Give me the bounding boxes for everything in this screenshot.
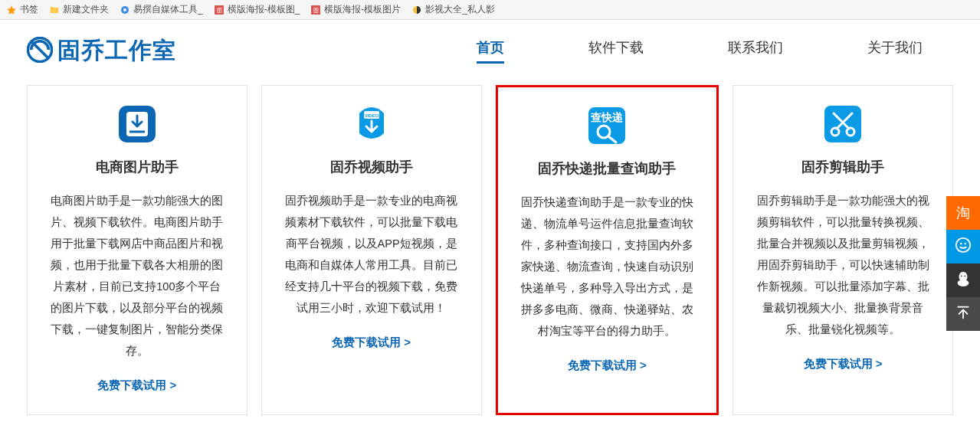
video-download-icon: VIDEO bbox=[349, 101, 395, 147]
side-qq[interactable] bbox=[946, 263, 980, 297]
face-icon bbox=[955, 237, 972, 257]
bookmark-star[interactable]: 书签 bbox=[6, 3, 38, 16]
card-download-link[interactable]: 免费下载试用 > bbox=[44, 378, 230, 393]
side-back-to-top[interactable] bbox=[946, 297, 980, 331]
card-title: 固乔视频助手 bbox=[279, 158, 464, 176]
arrow-up-icon bbox=[955, 304, 972, 325]
card-download-link[interactable]: 免费下载试用 > bbox=[279, 335, 464, 350]
side-taobao[interactable]: 淘 bbox=[946, 196, 980, 230]
bookmark-item[interactable]: 图 横版海报-模板图_ bbox=[214, 3, 300, 16]
bookmark-label: 新建文件夹 bbox=[63, 3, 109, 16]
main-nav: 首页 软件下载 联系我们 关于我们 bbox=[477, 38, 953, 64]
svg-point-22 bbox=[956, 237, 970, 251]
express-search-icon: 查快递 bbox=[584, 103, 630, 149]
video-icon bbox=[411, 5, 422, 15]
bookmark-item[interactable]: 图 横版海报-模板图片 bbox=[310, 3, 401, 16]
svg-point-27 bbox=[961, 275, 962, 276]
bookmarks-bar: 书签 新建文件夹 易撰自媒体工具_ 图 横版海报-模板图_ 图 横版海报-模板图… bbox=[0, 0, 980, 20]
bookmark-item[interactable]: 影视大全_私人影 bbox=[411, 3, 495, 16]
svg-point-28 bbox=[964, 275, 965, 276]
nav-download[interactable]: 软件下载 bbox=[588, 38, 644, 64]
card-desc: 固乔视频助手是一款专业的电商视频素材下载软件，可以批量下载电商平台视频，以及AP… bbox=[279, 190, 464, 319]
bookmark-label: 横版海报-模板图片 bbox=[324, 3, 401, 16]
bookmark-label: 横版海报-模板图_ bbox=[228, 3, 300, 16]
svg-text:VIDEO: VIDEO bbox=[364, 113, 379, 118]
card-title: 电商图片助手 bbox=[44, 158, 230, 176]
qq-icon bbox=[955, 270, 972, 291]
card-desc: 固乔剪辑助手是一款功能强大的视频剪辑软件，可以批量转换视频、批量合并视频以及批量… bbox=[750, 190, 936, 340]
image-icon: 图 bbox=[214, 5, 225, 15]
image-icon: 图 bbox=[310, 5, 321, 15]
svg-text:图: 图 bbox=[216, 7, 221, 12]
card-image-helper: 电商图片助手 电商图片助手是一款功能强大的图片、视频下载软件。电商图片助手用于批… bbox=[27, 85, 247, 415]
card-edit-helper: 固乔剪辑助手 固乔剪辑助手是一款功能强大的视频剪辑软件，可以批量转换视频、批量合… bbox=[733, 85, 953, 415]
svg-point-26 bbox=[958, 279, 969, 286]
bookmark-label: 影视大全_私人影 bbox=[425, 3, 495, 16]
folder-icon bbox=[49, 5, 60, 15]
bookmark-label: 易撰自媒体工具_ bbox=[133, 3, 203, 16]
bookmark-label: 书签 bbox=[20, 3, 38, 16]
nav-about[interactable]: 关于我们 bbox=[867, 38, 923, 64]
card-title: 固乔剪辑助手 bbox=[750, 158, 936, 176]
download-icon bbox=[114, 101, 160, 147]
card-desc: 固乔快递查询助手是一款专业的快递、物流单号运件信息批量查询软件，多种查询接口，支… bbox=[515, 191, 700, 342]
globe-icon bbox=[120, 5, 130, 15]
side-float: 淘 bbox=[946, 196, 980, 331]
svg-point-1 bbox=[123, 8, 126, 11]
site-logo[interactable]: 固乔工作室 bbox=[27, 35, 176, 67]
card-download-link[interactable]: 免费下载试用 > bbox=[750, 357, 936, 371]
svg-text:查快递: 查快递 bbox=[590, 111, 624, 123]
nav-contact[interactable]: 联系我们 bbox=[728, 38, 783, 64]
svg-point-24 bbox=[965, 242, 966, 244]
brand-text: 固乔工作室 bbox=[57, 35, 176, 67]
side-face[interactable] bbox=[946, 230, 980, 263]
svg-text:图: 图 bbox=[313, 7, 319, 12]
card-download-link[interactable]: 免费下载试用 > bbox=[515, 358, 700, 373]
bookmark-item[interactable]: 易撰自媒体工具_ bbox=[120, 3, 203, 16]
product-cards: 电商图片助手 电商图片助手是一款功能强大的图片、视频下载软件。电商图片助手用于批… bbox=[27, 85, 953, 415]
card-title: 固乔快递批量查询助手 bbox=[515, 159, 700, 178]
taobao-icon: 淘 bbox=[956, 204, 970, 222]
scissors-icon bbox=[820, 101, 866, 147]
card-express-query: 查快递 固乔快递批量查询助手 固乔快递查询助手是一款专业的快递、物流单号运件信息… bbox=[496, 85, 719, 415]
svg-point-23 bbox=[960, 242, 962, 244]
bookmark-folder[interactable]: 新建文件夹 bbox=[49, 3, 109, 16]
card-video-helper: VIDEO 固乔视频助手 固乔视频助手是一款专业的电商视频素材下载软件，可以批量… bbox=[261, 85, 482, 415]
star-icon bbox=[6, 5, 17, 15]
logo-icon bbox=[27, 37, 53, 66]
card-desc: 电商图片助手是一款功能强大的图片、视频下载软件。电商图片助手用于批量下载网店中商… bbox=[44, 190, 230, 362]
page-header: 固乔工作室 首页 软件下载 联系我们 关于我们 bbox=[27, 35, 953, 67]
nav-home[interactable]: 首页 bbox=[477, 38, 504, 64]
